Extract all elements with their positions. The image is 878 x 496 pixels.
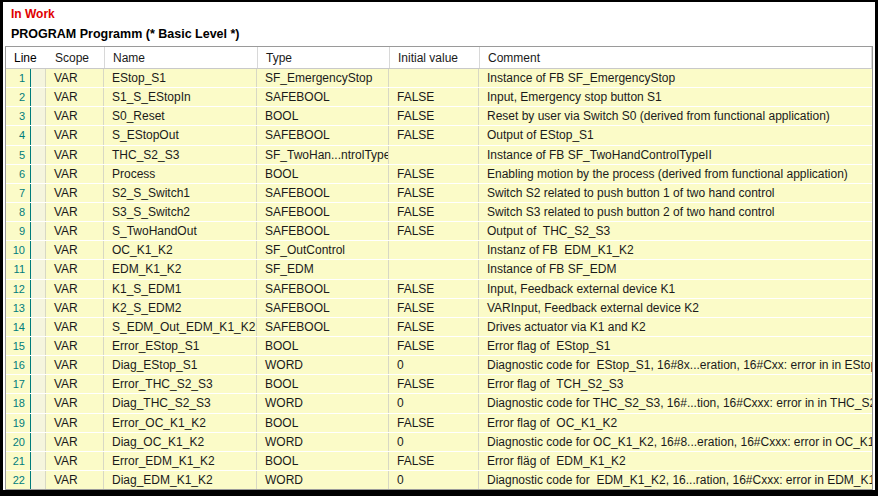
- cell-name[interactable]: S_EStopOut: [104, 126, 257, 144]
- cell-type[interactable]: BOOL: [257, 337, 389, 355]
- column-header-type[interactable]: Type: [258, 47, 390, 68]
- cell-scope[interactable]: VAR: [46, 337, 104, 355]
- cell-scope[interactable]: VAR: [46, 165, 104, 183]
- cell-type[interactable]: SAFEBOOL: [257, 126, 389, 144]
- cell-initial-value[interactable]: [389, 260, 479, 278]
- cell-name[interactable]: Error_OC_K1_K2: [104, 414, 257, 432]
- cell-name[interactable]: Diag_OC_K1_K2: [104, 433, 257, 451]
- cell-scope[interactable]: VAR: [46, 107, 104, 125]
- cell-comment[interactable]: VARInput, Feedback external device K2: [479, 299, 872, 317]
- cell-comment[interactable]: Switch S3 related to push button 2 of tw…: [479, 203, 872, 221]
- column-header-scope[interactable]: Scope: [47, 47, 105, 68]
- cell-scope[interactable]: VAR: [46, 260, 104, 278]
- cell-comment[interactable]: Error flag of TCH_S2_S3: [479, 375, 872, 393]
- cell-type[interactable]: SAFEBOOL: [257, 299, 389, 317]
- cell-scope[interactable]: VAR: [46, 414, 104, 432]
- cell-name[interactable]: OC_K1_K2: [104, 241, 257, 259]
- cell-scope[interactable]: VAR: [46, 88, 104, 106]
- column-header-line[interactable]: Line: [6, 47, 47, 68]
- cell-type[interactable]: SAFEBOOL: [257, 184, 389, 202]
- cell-scope[interactable]: VAR: [46, 280, 104, 298]
- cell-type[interactable]: SAFEBOOL: [257, 222, 389, 240]
- line-number[interactable]: 6: [6, 165, 31, 183]
- cell-scope[interactable]: VAR: [46, 299, 104, 317]
- cell-name[interactable]: S2_S_Switch1: [104, 184, 257, 202]
- cell-initial-value[interactable]: 0: [389, 471, 479, 489]
- cell-scope[interactable]: VAR: [46, 471, 104, 489]
- cell-comment[interactable]: Diagnostic code for EDM_K1_K2, 16...rati…: [479, 471, 872, 489]
- cell-initial-value[interactable]: [389, 69, 479, 87]
- cell-comment[interactable]: Instance of FB SF_EDM: [479, 260, 872, 278]
- cell-comment[interactable]: Input, Feedback external device K1: [479, 280, 872, 298]
- cell-name[interactable]: S0_Reset: [104, 107, 257, 125]
- cell-name[interactable]: Error_THC_S2_S3: [104, 375, 257, 393]
- cell-initial-value[interactable]: FALSE: [389, 126, 479, 144]
- line-number[interactable]: 18: [6, 394, 31, 412]
- line-number[interactable]: 3: [6, 107, 31, 125]
- line-number[interactable]: 7: [6, 184, 31, 202]
- cell-comment[interactable]: Switch S2 related to push button 1 of tw…: [479, 184, 872, 202]
- cell-type[interactable]: SAFEBOOL: [257, 318, 389, 336]
- cell-scope[interactable]: VAR: [46, 356, 104, 374]
- cell-comment[interactable]: Input, Emergency stop button S1: [479, 88, 872, 106]
- column-header-initial-value[interactable]: Initial value: [390, 47, 480, 68]
- cell-initial-value[interactable]: FALSE: [389, 280, 479, 298]
- line-number[interactable]: 20: [6, 433, 31, 451]
- line-number[interactable]: 9: [6, 222, 31, 240]
- cell-initial-value[interactable]: 0: [389, 356, 479, 374]
- cell-initial-value[interactable]: FALSE: [389, 203, 479, 221]
- cell-initial-value[interactable]: [389, 146, 479, 164]
- cell-name[interactable]: K1_S_EDM1: [104, 280, 257, 298]
- cell-scope[interactable]: VAR: [46, 375, 104, 393]
- cell-scope[interactable]: VAR: [46, 433, 104, 451]
- cell-type[interactable]: SF_OutControl: [257, 241, 389, 259]
- cell-name[interactable]: Error_EStop_S1: [104, 337, 257, 355]
- cell-comment[interactable]: Output of THC_S2_S3: [479, 222, 872, 240]
- column-header-comment[interactable]: Comment: [480, 47, 872, 68]
- cell-type[interactable]: BOOL: [257, 107, 389, 125]
- cell-name[interactable]: EStop_S1: [104, 69, 257, 87]
- cell-initial-value[interactable]: FALSE: [389, 318, 479, 336]
- cell-type[interactable]: BOOL: [257, 452, 389, 470]
- cell-comment[interactable]: Instanz of FB EDM_K1_K2: [479, 241, 872, 259]
- cell-name[interactable]: S_EDM_Out_EDM_K1_K2: [104, 318, 257, 336]
- cell-initial-value[interactable]: 0: [389, 394, 479, 412]
- cell-initial-value[interactable]: FALSE: [389, 88, 479, 106]
- cell-type[interactable]: BOOL: [257, 375, 389, 393]
- cell-name[interactable]: Diag_EStop_S1: [104, 356, 257, 374]
- cell-name[interactable]: S3_S_Switch2: [104, 203, 257, 221]
- line-number[interactable]: 15: [6, 337, 31, 355]
- cell-type[interactable]: WORD: [257, 471, 389, 489]
- cell-type[interactable]: SAFEBOOL: [257, 88, 389, 106]
- cell-initial-value[interactable]: FALSE: [389, 222, 479, 240]
- line-number[interactable]: 10: [6, 241, 31, 259]
- cell-scope[interactable]: VAR: [46, 184, 104, 202]
- cell-scope[interactable]: VAR: [46, 241, 104, 259]
- cell-comment[interactable]: Instance of FB SF_TwoHandControlTypeII: [479, 146, 872, 164]
- cell-comment[interactable]: Error fläg of EDM_K1_K2: [479, 452, 872, 470]
- cell-name[interactable]: K2_S_EDM2: [104, 299, 257, 317]
- cell-comment[interactable]: Diagnostic code for OC_K1_K2, 16#8...era…: [479, 433, 872, 451]
- cell-comment[interactable]: Output of EStop_S1: [479, 126, 872, 144]
- line-number[interactable]: 1: [6, 69, 31, 87]
- cell-name[interactable]: Diag_THC_S2_S3: [104, 394, 257, 412]
- cell-type[interactable]: WORD: [257, 394, 389, 412]
- cell-initial-value[interactable]: [389, 241, 479, 259]
- column-header-name[interactable]: Name: [105, 47, 258, 68]
- cell-type[interactable]: BOOL: [257, 165, 389, 183]
- cell-comment[interactable]: Reset by user via Switch S0 (derived fro…: [479, 107, 872, 125]
- cell-type[interactable]: SF_EmergencyStop: [257, 69, 389, 87]
- cell-initial-value[interactable]: FALSE: [389, 107, 479, 125]
- cell-initial-value[interactable]: FALSE: [389, 375, 479, 393]
- line-number[interactable]: 19: [6, 414, 31, 432]
- cell-type[interactable]: WORD: [257, 356, 389, 374]
- cell-type[interactable]: SF_EDM: [257, 260, 389, 278]
- line-number[interactable]: 14: [6, 318, 31, 336]
- cell-comment[interactable]: Diagnostic code for THC_S2_S3, 16#...tio…: [479, 394, 872, 412]
- cell-initial-value[interactable]: FALSE: [389, 165, 479, 183]
- cell-initial-value[interactable]: FALSE: [389, 184, 479, 202]
- cell-type[interactable]: SAFEBOOL: [257, 280, 389, 298]
- cell-initial-value[interactable]: FALSE: [389, 337, 479, 355]
- line-number[interactable]: 22: [6, 471, 31, 489]
- cell-initial-value[interactable]: FALSE: [389, 299, 479, 317]
